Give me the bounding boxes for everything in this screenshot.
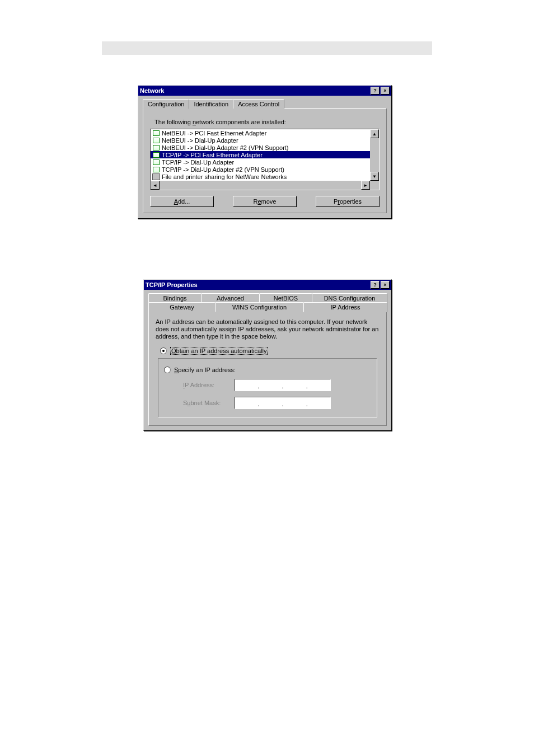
list-item[interactable]: NetBEUI -> Dial-Up Adapter bbox=[151, 137, 370, 144]
scroll-down-icon[interactable]: ▼ bbox=[370, 172, 379, 181]
radio-obtain-label: Obtain an IP address automatically bbox=[170, 347, 268, 355]
tab-access-control[interactable]: Access Control bbox=[233, 99, 284, 109]
protocol-icon bbox=[152, 159, 161, 166]
ip-address-input[interactable]: ... bbox=[235, 379, 331, 391]
tab-advanced[interactable]: Advanced bbox=[201, 293, 260, 303]
tab-identification[interactable]: Identification bbox=[189, 99, 233, 109]
list-item[interactable]: File and printer sharing for NetWare Net… bbox=[151, 173, 370, 180]
vertical-scrollbar[interactable]: ▲ ▼ bbox=[370, 129, 379, 181]
list-item[interactable]: TCP/IP -> Dial-Up Adapter bbox=[151, 158, 370, 166]
add-button[interactable]: Add... bbox=[150, 196, 214, 207]
tabs-network: Configuration Identification Access Cont… bbox=[143, 99, 387, 109]
tabs-tcpip-row1: Bindings Advanced NetBIOS DNS Configurat… bbox=[148, 293, 387, 303]
list-item[interactable]: TCP/IP -> Dial-Up Adapter #2 (VPN Suppor… bbox=[151, 166, 370, 173]
tab-panel-ip-address: An IP address can be automatically assig… bbox=[148, 311, 387, 426]
subnet-mask-input[interactable]: ... bbox=[235, 397, 331, 409]
ip-address-label: IP Address: bbox=[183, 382, 235, 388]
tab-ip-address[interactable]: IP Address bbox=[303, 302, 387, 312]
list-item[interactable]: NetBEUI -> Dial-Up Adapter #2 (VPN Suppo… bbox=[151, 144, 370, 151]
protocol-icon bbox=[152, 166, 161, 173]
radio-specify[interactable]: Specify an IP address: bbox=[164, 367, 371, 373]
radio-specify-label: Specify an IP address: bbox=[174, 367, 236, 373]
service-icon bbox=[152, 173, 161, 180]
radio-obtain[interactable]: Obtain an IP address automatically bbox=[160, 347, 380, 355]
scroll-corner bbox=[370, 181, 379, 190]
components-listbox[interactable]: NetBEUI -> PCI Fast Ethernet Adapter Net… bbox=[150, 129, 380, 190]
scroll-right-icon[interactable]: ► bbox=[361, 181, 370, 190]
decorative-bar bbox=[102, 41, 432, 55]
tcpip-dialog: TCP/IP Properties ? × Bindings Advanced … bbox=[143, 279, 392, 431]
scroll-up-icon[interactable]: ▲ bbox=[370, 129, 379, 138]
specify-ip-group: Specify an IP address: IP Address: ... S… bbox=[158, 358, 377, 417]
properties-button[interactable]: Properties bbox=[316, 196, 380, 207]
tab-panel-configuration: The following network components are ins… bbox=[143, 108, 387, 213]
protocol-icon bbox=[152, 152, 161, 158]
protocol-icon bbox=[152, 137, 161, 144]
close-icon[interactable]: × bbox=[381, 281, 390, 289]
radio-button-icon bbox=[160, 348, 167, 354]
titlebar-title: Network bbox=[140, 87, 164, 94]
help-text: An IP address can be automatically assig… bbox=[156, 318, 380, 340]
list-item[interactable]: NetBEUI -> PCI Fast Ethernet Adapter bbox=[151, 129, 370, 137]
tab-gateway[interactable]: Gateway bbox=[148, 302, 216, 312]
help-icon[interactable]: ? bbox=[371, 281, 380, 289]
titlebar-tcpip[interactable]: TCP/IP Properties ? × bbox=[144, 280, 391, 290]
list-item-selected[interactable]: TCP/IP -> PCI Fast Ethernet Adapter bbox=[151, 151, 370, 158]
tab-netbios[interactable]: NetBIOS bbox=[259, 293, 312, 303]
tab-bindings[interactable]: Bindings bbox=[148, 293, 202, 303]
protocol-icon bbox=[152, 144, 161, 151]
tab-wins-configuration[interactable]: WINS Configuration bbox=[215, 302, 304, 312]
tab-configuration[interactable]: Configuration bbox=[143, 99, 189, 109]
titlebar-network[interactable]: Network ? × bbox=[138, 86, 391, 96]
help-icon[interactable]: ? bbox=[371, 87, 380, 95]
tabs-tcpip-row2: Gateway WINS Configuration IP Address bbox=[148, 302, 387, 312]
protocol-icon bbox=[152, 130, 161, 137]
remove-button[interactable]: Remove bbox=[233, 196, 297, 207]
subnet-mask-label: Subnet Mask: bbox=[183, 400, 235, 406]
instruction-text: The following network components are ins… bbox=[154, 119, 381, 125]
close-icon[interactable]: × bbox=[381, 87, 390, 95]
horizontal-scrollbar[interactable]: ◄ ► bbox=[151, 181, 370, 190]
scroll-left-icon[interactable]: ◄ bbox=[151, 181, 160, 190]
radio-button-icon bbox=[164, 367, 171, 373]
titlebar-title: TCP/IP Properties bbox=[146, 281, 198, 288]
tab-dns-configuration[interactable]: DNS Configuration bbox=[312, 293, 387, 303]
network-dialog: Network ? × Configuration Identification… bbox=[138, 85, 392, 219]
